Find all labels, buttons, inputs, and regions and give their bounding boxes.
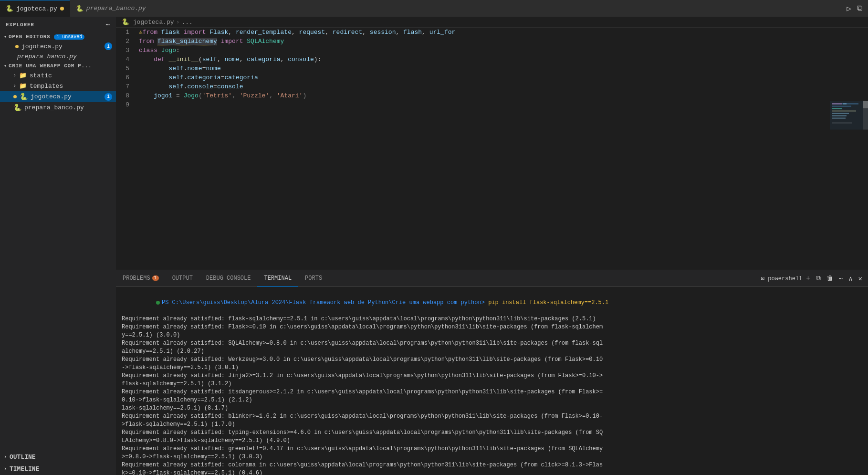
main-layout: EXPLORER ⋯ ▾ OPEN EDITORS 1 unsaved jogo… — [0, 17, 868, 475]
sidebar-item-templates[interactable]: › 📁 templates — [0, 81, 116, 91]
timeline-section[interactable]: › TIMELINE — [0, 463, 116, 475]
jogoteca-file-badge: 1 — [105, 93, 112, 101]
sidebar-item-prepara[interactable]: 🐍 prepara_banco.py — [0, 102, 116, 113]
sidebar-footer: › OUTLINE › TIMELINE — [0, 451, 116, 475]
code-line-3: class Jogo: — [139, 46, 826, 55]
terminal-line-5b: flask-sqlalchemy==2.5.1) (3.1.2) — [122, 380, 862, 388]
terminal-label: TERMINAL — [264, 275, 292, 282]
svg-rect-11 — [830, 101, 868, 130]
modified-dot — [60, 7, 64, 11]
outline-section[interactable]: › OUTLINE — [0, 451, 116, 463]
ports-label: PORTS — [305, 275, 322, 282]
code-line-7: self.console=console — [139, 82, 826, 91]
sidebar: EXPLORER ⋯ ▾ OPEN EDITORS 1 unsaved jogo… — [0, 17, 116, 475]
project-header[interactable]: ▾ CRIE UMA WEBAPP COM P... — [0, 62, 116, 70]
terminal-tabs: PROBLEMS 1 OUTPUT DEBUG CONSOLE TERMINAL… — [116, 270, 868, 287]
terminal-actions: ⊡ powershell + ⧉ 🗑 ⋯ ∧ ✕ — [757, 274, 868, 284]
code-editor[interactable]: 1 2 3 4 5 6 7 8 9 ⚠from flask import Fla… — [116, 28, 868, 270]
code-line-1: ⚠from flask import Flask, render_templat… — [139, 28, 826, 37]
svg-rect-13 — [863, 101, 868, 108]
problems-badge: 1 — [152, 275, 159, 281]
breadcrumb-location: ... — [181, 19, 192, 26]
jogoteca-modified-dot — [13, 95, 17, 98]
run-button[interactable]: ▷ — [845, 3, 853, 14]
tab-problems[interactable]: PROBLEMS 1 — [116, 270, 166, 287]
open-file-prepara-label: prepara_banco.py — [17, 53, 77, 60]
terminal-line-10b: >=0.8.0->flask-sqlalchemy==2.5.1) (3.0.3… — [122, 453, 862, 461]
problems-label: PROBLEMS — [123, 275, 150, 282]
tab-label: jogoteca.py — [16, 5, 57, 12]
tab-label2: prepara_banco.py — [86, 5, 146, 12]
terminal-line-2: Requirement already satisfied: Flask>=0.… — [122, 323, 862, 331]
split-editor-button[interactable]: ⧉ — [855, 3, 864, 14]
sidebar-item-static[interactable]: › 📁 static — [0, 70, 116, 81]
terminal-content[interactable]: PS C:\Users\guiss\Desktop\Alura 2024\Fla… — [116, 287, 868, 475]
debug-console-label: DEBUG CONSOLE — [206, 275, 251, 282]
kill-terminal-btn[interactable]: 🗑 — [825, 274, 835, 283]
code-content[interactable]: ⚠from flask import Flask, render_templat… — [135, 28, 830, 270]
terminal-close-btn[interactable]: ✕ — [857, 274, 864, 284]
breadcrumb-file: 🐍 jogoteca.py — [122, 18, 174, 26]
terminal-line-5: Requirement already satisfied: Jinja2>=3… — [122, 372, 862, 380]
open-editors-section: ▾ OPEN EDITORS 1 unsaved jogoteca.py 1 p… — [0, 32, 116, 62]
folder-icon-templates: 📁 — [19, 82, 27, 90]
timeline-chevron: › — [4, 466, 7, 472]
sidebar-item-prepara-open[interactable]: prepara_banco.py — [0, 52, 116, 62]
open-editors-chevron: ▾ — [4, 34, 7, 40]
more-actions-icon[interactable]: ⋯ — [106, 21, 110, 29]
powershell-indicator: ⊡ powershell — [761, 275, 802, 282]
title-bar: 🐍 jogoteca.py 🐍 prepara_banco.py ▷ ⧉ — [0, 0, 868, 17]
terminal-line-10: Requirement already satisfied: greenlet!… — [122, 445, 862, 453]
terminal-line-1: Requirement already satisfied: flask-sql… — [122, 315, 862, 323]
prepara-file-label: prepara_banco.py — [24, 104, 84, 111]
minimap-svg — [830, 28, 868, 270]
terminal-line-7: lask-sqlalchemy==2.5.1) (8.1.7) — [122, 404, 862, 412]
editor-area: 🐍 jogoteca.py › ... 1 2 3 4 5 6 7 8 9 ⚠f… — [116, 17, 868, 475]
tab-prepara-banco[interactable]: 🐍 prepara_banco.py — [70, 0, 152, 17]
code-line-2: from flask_sqlalchemy import SQLAlchemy — [139, 37, 826, 46]
tab-debug-console[interactable]: DEBUG CONSOLE — [199, 270, 258, 287]
terminal-line-prompt: PS C:\Users\guiss\Desktop\Alura 2024\Fla… — [122, 291, 862, 315]
terminal-line-2b: y==2.5.1) (3.0.0) — [122, 331, 862, 339]
terminal-line-4b: ->flask-sqlalchemy==2.5.1) (3.0.1) — [122, 364, 862, 372]
tab-ports[interactable]: PORTS — [298, 270, 329, 287]
open-file-jogoteca-label: jogoteca.py — [21, 43, 63, 50]
outline-label: OUTLINE — [10, 454, 36, 461]
sidebar-item-jogoteca[interactable]: 🐍 jogoteca.py 1 — [0, 91, 116, 102]
timeline-label: TIMELINE — [10, 465, 39, 473]
jogoteca-badge: 1 — [105, 42, 112, 50]
tab-output[interactable]: OUTPUT — [166, 270, 199, 287]
new-terminal-btn[interactable]: + — [804, 274, 812, 283]
terminal-line-6: Requirement already satisfied: itsdanger… — [122, 388, 862, 396]
terminal-line-4: Requirement already satisfied: Werkzeug>… — [122, 356, 862, 364]
code-line-5: self.nome=nome — [139, 64, 826, 73]
tab-jogoteca[interactable]: 🐍 jogoteca.py — [0, 0, 70, 17]
split-terminal-btn[interactable]: ⧉ — [814, 274, 823, 283]
terminal-more-btn[interactable]: ⋯ — [837, 274, 845, 284]
folder-icon-static: 📁 — [19, 72, 27, 79]
modified-dot-open — [15, 45, 19, 48]
static-label: static — [30, 72, 52, 79]
sidebar-header-actions: ⋯ — [106, 21, 110, 29]
unsaved-badge: 1 unsaved — [54, 34, 84, 40]
terminal-line-9b: LAlchemy>=0.8.0->flask-sqlalchemy==2.5.1… — [122, 437, 862, 445]
templates-chevron: › — [13, 84, 16, 89]
static-chevron: › — [13, 73, 16, 78]
terminal-line-6b: 0.10->flask-sqlalchemy==2.5.1) (2.1.2) — [122, 396, 862, 404]
jogoteca-file-icon: 🐍 — [20, 93, 28, 101]
templates-label: templates — [30, 83, 63, 90]
terminal-line-9: Requirement already satisfied: typing-ex… — [122, 429, 862, 437]
sidebar-header: EXPLORER ⋯ — [0, 17, 116, 32]
terminal-line-8b: >flask-sqlalchemy==2.5.1) (1.7.0) — [122, 421, 862, 429]
terminal-line-11: Requirement already satisfied: colorama … — [122, 461, 862, 469]
open-editors-header[interactable]: ▾ OPEN EDITORS 1 unsaved — [0, 32, 116, 41]
tab-terminal[interactable]: TERMINAL — [257, 270, 298, 287]
jogoteca-file-label: jogoteca.py — [31, 93, 72, 100]
terminal-line-8: Requirement already satisfied: blinker>=… — [122, 412, 862, 421]
code-line-4: def __init__(self, nome, categoria, cons… — [139, 55, 826, 64]
project-chevron: ▾ — [4, 63, 7, 69]
terminal-line-3: Requirement already satisfied: SQLAlchem… — [122, 339, 862, 348]
sidebar-item-jogoteca-open[interactable]: jogoteca.py 1 — [0, 41, 116, 52]
terminal-maximize-btn[interactable]: ∧ — [847, 274, 854, 284]
terminal-line-3b: alchemy==2.5.1) (2.0.27) — [122, 348, 862, 356]
